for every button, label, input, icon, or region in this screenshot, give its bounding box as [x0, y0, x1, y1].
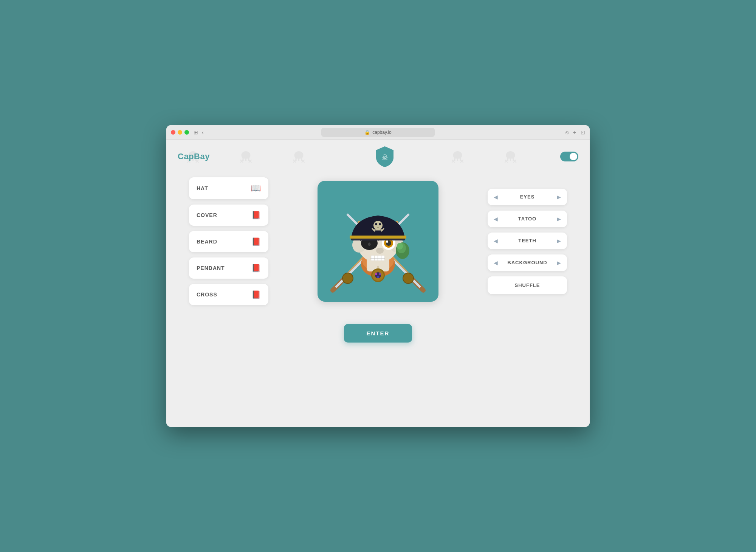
background-left-arrow[interactable]: ◀ — [494, 260, 498, 266]
shield-icon: ☠ — [375, 146, 394, 167]
url-text: capbay.io — [372, 130, 391, 135]
svg-rect-68 — [378, 256, 381, 260]
svg-point-48 — [403, 273, 414, 284]
sidebar-right-icon[interactable]: ⊡ — [581, 129, 585, 135]
lock-icon: 🔒 — [364, 130, 370, 135]
toggle-switch[interactable] — [560, 152, 578, 161]
beard-book-icon: 📕 — [251, 237, 261, 246]
teeth-button[interactable]: ◀ TEETH ▶ — [488, 233, 567, 249]
teeth-left-arrow[interactable]: ◀ — [494, 238, 498, 244]
svg-rect-74 — [350, 236, 406, 239]
background-right-arrow[interactable]: ▶ — [557, 260, 561, 266]
eyes-right-arrow[interactable]: ▶ — [557, 194, 561, 200]
hat-book-icon: 📖 — [251, 183, 261, 193]
sidebar-icon[interactable]: ⊞ — [194, 129, 198, 135]
beard-button[interactable]: BEARD 📕 — [189, 231, 268, 252]
title-bar-right: ⎋ + ⊡ — [565, 129, 585, 135]
eyes-left-arrow[interactable]: ◀ — [494, 194, 498, 200]
address-bar[interactable]: 🔒 capbay.io — [321, 128, 435, 137]
cross-button[interactable]: CROSS 📕 — [189, 284, 268, 305]
app-content: CapBay ☠ HAT 📖 COVER 📕 — [166, 140, 590, 427]
cover-button[interactable]: COVER 📕 — [189, 205, 268, 226]
traffic-lights — [171, 130, 189, 135]
svg-point-86 — [379, 273, 381, 275]
cross-book-icon: 📕 — [251, 290, 261, 299]
tatoo-button[interactable]: ◀ TATOO ▶ — [488, 211, 567, 227]
mac-window: ⊞ ‹ 🔒 capbay.io ⎋ + ⊡ — [166, 125, 590, 427]
center-logo: ☠ — [375, 146, 394, 167]
eyes-button[interactable]: ◀ EYES ▶ — [488, 189, 567, 205]
svg-point-85 — [375, 273, 377, 275]
svg-point-64 — [376, 248, 384, 254]
svg-point-63 — [386, 240, 388, 243]
enter-section: ENTER — [166, 316, 590, 358]
maximize-button[interactable] — [184, 130, 189, 135]
svg-point-73 — [397, 243, 403, 250]
svg-point-75 — [373, 221, 383, 230]
tatoo-right-arrow[interactable]: ▶ — [557, 216, 561, 222]
svg-point-47 — [342, 273, 353, 284]
right-panel: ◀ EYES ▶ ◀ TATOO ▶ ◀ TEETH ▶ ◀ BACKGROUN… — [488, 189, 567, 294]
back-icon[interactable]: ‹ — [202, 129, 204, 135]
enter-button[interactable]: ENTER — [344, 324, 412, 343]
share-icon[interactable]: ⎋ — [565, 129, 569, 135]
svg-point-87 — [377, 276, 379, 278]
avatar-container: ♠ — [318, 181, 438, 302]
minimize-button[interactable] — [178, 130, 182, 135]
close-button[interactable] — [171, 130, 175, 135]
app-header: CapBay ☠ — [166, 140, 590, 174]
teeth-right-arrow[interactable]: ▶ — [557, 238, 561, 244]
new-tab-icon[interactable]: + — [573, 129, 576, 135]
brand-logo: CapBay — [178, 152, 210, 161]
svg-rect-67 — [375, 256, 378, 260]
pendant-book-icon: 📕 — [251, 264, 261, 273]
hat-button[interactable]: HAT 📖 — [189, 177, 268, 199]
svg-point-80 — [379, 223, 381, 225]
tatoo-left-arrow[interactable]: ◀ — [494, 216, 498, 222]
svg-text:☠: ☠ — [381, 153, 388, 161]
cover-book-icon: 📕 — [251, 211, 261, 220]
svg-point-79 — [375, 223, 377, 225]
svg-rect-69 — [381, 256, 384, 260]
svg-rect-66 — [371, 256, 374, 260]
left-panel: HAT 📖 COVER 📕 BEARD 📕 PENDANT 📕 CROSS — [189, 177, 268, 305]
background-button[interactable]: ◀ BACKGROUND ▶ — [488, 254, 567, 271]
title-bar: ⊞ ‹ 🔒 capbay.io ⎋ + ⊡ — [166, 125, 590, 140]
window-controls: ⊞ ‹ — [194, 129, 204, 135]
pirate-avatar: ♠ — [321, 185, 435, 298]
svg-text:♠: ♠ — [368, 240, 371, 247]
shuffle-button[interactable]: SHUFFLE — [488, 276, 567, 294]
pendant-button[interactable]: PENDANT 📕 — [189, 257, 268, 279]
main-layout: HAT 📖 COVER 📕 BEARD 📕 PENDANT 📕 CROSS — [166, 174, 590, 316]
